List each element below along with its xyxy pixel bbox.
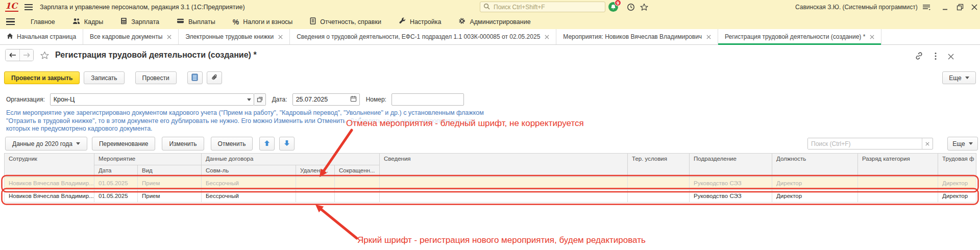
data-before-2020-button[interactable]: Данные до 2020 года <box>5 137 87 151</box>
table-row-cancelled-event[interactable]: Новиков Вячеслав Владимир... 01.05.2025 … <box>5 177 976 190</box>
main-menu-icon[interactable] <box>24 4 33 12</box>
post-button[interactable]: Провести <box>135 71 177 84</box>
grid-search[interactable] <box>807 138 933 149</box>
cell-department[interactable]: Руководство СЭЗ <box>690 190 772 203</box>
cell-labor-function[interactable]: Директор <box>938 190 976 203</box>
more-dots-icon[interactable] <box>935 52 937 62</box>
menu-item-salary[interactable]: Зарплата <box>112 14 168 29</box>
col-reduced[interactable]: Сокращенн... <box>335 165 380 177</box>
favorite-star-icon[interactable] <box>40 51 49 60</box>
save-button[interactable]: Записать <box>84 71 124 84</box>
calendar-icon[interactable] <box>350 95 359 104</box>
tab-all-hr-documents[interactable]: Все кадровые документы <box>83 29 179 44</box>
col-info[interactable]: Сведения <box>380 154 628 177</box>
register-records-button[interactable] <box>187 71 203 84</box>
cell-date[interactable]: 01.05.2025 <box>94 190 138 203</box>
move-down-button[interactable] <box>279 137 295 151</box>
current-user[interactable]: Савинская З.Ю. (Системный программист) <box>795 4 918 11</box>
menu-item-staff[interactable]: Кадры <box>64 14 112 29</box>
document-more-button[interactable]: Еще <box>942 71 976 84</box>
number-field[interactable] <box>391 93 464 106</box>
tab-efs1-info[interactable]: Сведения о трудовой деятельности, ЕФС-1 … <box>290 29 556 44</box>
cell-reduced[interactable] <box>335 177 380 190</box>
clear-search-icon[interactable] <box>922 138 933 149</box>
cell-combo[interactable]: Бессрочный <box>202 190 296 203</box>
cell-date[interactable]: 01.05.2025 <box>94 177 138 190</box>
menu-item-main[interactable]: Главное <box>22 14 64 29</box>
menu-item-reports[interactable]: Отчетность, справки <box>301 14 390 29</box>
cell-position[interactable]: Директор <box>772 177 858 190</box>
cell-reduced[interactable] <box>335 190 380 203</box>
cell-kind[interactable]: Прием <box>138 190 202 203</box>
close-tab-icon[interactable] <box>870 35 874 39</box>
cell-grade[interactable] <box>858 177 938 190</box>
cell-info[interactable] <box>380 177 628 190</box>
cell-kind[interactable]: Прием <box>138 177 202 190</box>
cell-department[interactable]: Руководство СЭЗ <box>690 177 772 190</box>
change-button[interactable]: Изменить <box>162 137 204 151</box>
move-up-button[interactable] <box>259 137 275 151</box>
history-icon[interactable] <box>627 3 635 13</box>
col-remote[interactable]: Удаленн... <box>296 165 335 177</box>
window-menu-icon[interactable] <box>922 3 931 11</box>
cell-combo[interactable]: Бессрочный <box>202 177 296 190</box>
restore-icon[interactable] <box>955 3 965 11</box>
close-tab-icon[interactable] <box>706 35 711 39</box>
tab-labor-activity-registration[interactable]: Регистрация трудовой деятельности (созда… <box>718 29 881 44</box>
grid-more-button[interactable]: Еще <box>947 137 978 151</box>
col-labor-function[interactable]: Трудовая ф <box>938 154 976 177</box>
table-row-new-event[interactable]: Новиков Вячеслав Владимир... 01.05.2025 … <box>5 190 976 203</box>
cell-employee[interactable]: Новиков Вячеслав Владимир... <box>5 190 94 203</box>
close-form-icon[interactable] <box>948 53 954 62</box>
col-event-group[interactable]: Мероприятие <box>94 154 202 165</box>
col-employee[interactable]: Сотрудник <box>5 154 94 177</box>
forward-button[interactable] <box>19 49 33 61</box>
organization-field[interactable] <box>50 93 254 106</box>
rename-button[interactable]: Переименование <box>92 137 156 151</box>
tab-events-novikov[interactable]: Мероприятия: Новиков Вячеслав Владимиров… <box>556 29 718 44</box>
close-tab-icon[interactable] <box>167 35 172 39</box>
grid-search-input[interactable] <box>808 138 922 149</box>
number-input[interactable] <box>392 96 463 103</box>
cell-employee[interactable]: Новиков Вячеслав Владимир... <box>5 177 94 190</box>
organization-input[interactable] <box>51 96 244 103</box>
cell-info[interactable] <box>380 190 628 203</box>
post-and-close-button[interactable]: Провести и закрыть <box>4 71 80 84</box>
col-contract-group[interactable]: Данные договора <box>202 154 380 165</box>
col-kind[interactable]: Вид <box>138 165 202 177</box>
col-date[interactable]: Дата <box>94 165 138 177</box>
global-search[interactable] <box>480 2 605 12</box>
tab-home[interactable]: Начальная страница <box>0 29 83 44</box>
attachments-button[interactable] <box>207 71 222 84</box>
date-field[interactable] <box>292 93 360 106</box>
open-organization-icon[interactable] <box>254 93 266 106</box>
minimize-icon[interactable] <box>940 3 949 11</box>
cell-territory[interactable] <box>628 177 690 190</box>
col-grade[interactable]: Разряд категория <box>858 154 938 177</box>
col-territory[interactable]: Тер. условия <box>628 154 690 177</box>
cell-remote[interactable] <box>296 190 335 203</box>
close-tab-icon[interactable] <box>278 35 283 39</box>
col-combo[interactable]: Совм-ль <box>202 165 296 177</box>
date-input[interactable] <box>293 96 350 103</box>
tab-electronic-work-books[interactable]: Электронные трудовые книжки <box>179 29 290 44</box>
cell-grade[interactable] <box>858 190 938 203</box>
cell-labor-function[interactable]: Директор <box>938 177 976 190</box>
col-position[interactable]: Должность <box>772 154 858 177</box>
cancel-event-button[interactable]: Отменить <box>211 137 253 151</box>
notifications-bell-icon[interactable]: 9 <box>608 2 618 12</box>
global-search-input[interactable] <box>493 3 602 11</box>
close-tab-icon[interactable] <box>545 35 549 39</box>
favorites-star-icon[interactable] <box>640 3 648 13</box>
cell-territory[interactable] <box>628 190 690 203</box>
close-window-icon[interactable] <box>970 3 979 11</box>
menu-item-administration[interactable]: Администрирование <box>450 14 539 29</box>
sections-menu-icon[interactable] <box>6 17 15 27</box>
menu-item-settings[interactable]: Настройка <box>390 14 450 29</box>
cell-remote[interactable] <box>296 177 335 190</box>
menu-item-payments[interactable]: Выплаты <box>168 14 224 29</box>
back-button[interactable] <box>6 49 19 61</box>
link-icon[interactable] <box>915 52 923 62</box>
cell-position[interactable]: Директор <box>772 190 858 203</box>
chevron-down-icon[interactable] <box>244 98 254 101</box>
